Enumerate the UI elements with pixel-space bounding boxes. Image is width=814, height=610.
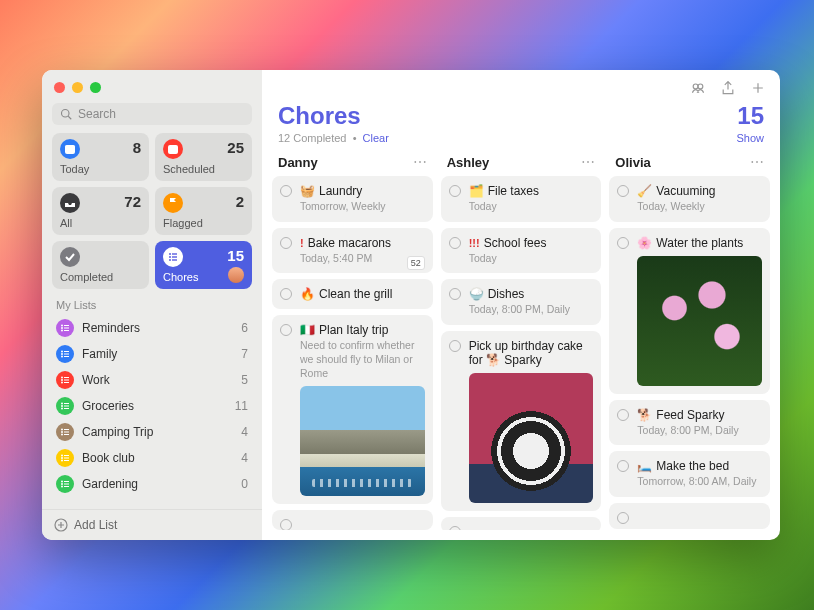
- svg-rect-18: [64, 351, 69, 352]
- reminder-card[interactable]: 🇮🇹 Plan Italy tripNeed to confirm whethe…: [272, 315, 433, 504]
- sidebar-list-groceries[interactable]: Groceries11: [42, 393, 262, 419]
- reminder-card[interactable]: Pick up birthday cake for 🐕 Sparky: [441, 331, 602, 511]
- svg-point-33: [61, 408, 63, 410]
- reminder-card[interactable]: 🍚 DishesToday, 8:00 PM, Daily: [441, 279, 602, 325]
- complete-toggle[interactable]: [617, 237, 629, 249]
- svg-rect-8: [172, 256, 177, 257]
- complete-toggle[interactable]: [449, 526, 461, 530]
- column-ashley: Ashley⋯🗂️ File taxesToday!!! School fees…: [441, 152, 602, 530]
- reminder-title: 🇮🇹 Plan Italy trip: [300, 323, 425, 337]
- complete-toggle[interactable]: [449, 237, 461, 249]
- sidebar-list-work[interactable]: Work5: [42, 367, 262, 393]
- column-more-button[interactable]: ⋯: [750, 154, 764, 170]
- complete-toggle[interactable]: [280, 185, 292, 197]
- svg-point-35: [61, 429, 63, 431]
- complete-toggle[interactable]: [280, 237, 292, 249]
- list-bullet-icon: [56, 397, 74, 415]
- reminder-emoji: 🐕: [637, 408, 652, 422]
- complete-toggle[interactable]: [617, 185, 629, 197]
- shared-avatar: [228, 267, 244, 283]
- reminder-card[interactable]: 🧺 LaundryTomorrow, Weekly: [272, 176, 433, 222]
- svg-rect-26: [64, 380, 69, 381]
- sidebar-list-reminders[interactable]: Reminders6: [42, 315, 262, 341]
- reminder-card[interactable]: 🧹 VacuumingToday, Weekly: [609, 176, 770, 222]
- smart-today[interactable]: 8 Today: [52, 133, 149, 181]
- svg-rect-16: [64, 330, 69, 331]
- svg-point-17: [61, 351, 63, 353]
- smart-flagged[interactable]: 2 Flagged: [155, 187, 252, 235]
- reminder-card[interactable]: 🐕 Feed SparkyToday, 8:00 PM, Daily: [609, 400, 770, 446]
- minimize-window-button[interactable]: [72, 82, 83, 93]
- svg-rect-10: [172, 259, 177, 260]
- reminder-card[interactable]: 🗂️ File taxesToday: [441, 176, 602, 222]
- close-window-button[interactable]: [54, 82, 65, 93]
- svg-rect-12: [64, 325, 69, 326]
- complete-toggle[interactable]: [280, 324, 292, 336]
- complete-toggle[interactable]: [449, 288, 461, 300]
- completed-text: 12 Completed: [278, 132, 347, 144]
- add-reminder-button[interactable]: [750, 80, 766, 100]
- reminder-card[interactable]: 🔥 Clean the grill: [272, 279, 433, 309]
- smart-scheduled[interactable]: 25 Scheduled: [155, 133, 252, 181]
- smart-completed[interactable]: Completed: [52, 241, 149, 289]
- svg-rect-38: [64, 432, 69, 433]
- add-list-button[interactable]: Add List: [42, 509, 262, 540]
- reminder-title: 🧹 Vacuuming: [637, 184, 762, 198]
- sidebar-list-camping-trip[interactable]: Camping Trip4: [42, 419, 262, 445]
- new-reminder-placeholder[interactable]: [609, 503, 770, 529]
- share-button[interactable]: [720, 80, 736, 100]
- new-reminder-placeholder[interactable]: [272, 510, 433, 530]
- reminder-card[interactable]: !!! School feesToday: [441, 228, 602, 274]
- smart-all[interactable]: 72 All: [52, 187, 149, 235]
- column-more-button[interactable]: ⋯: [413, 154, 427, 170]
- complete-toggle[interactable]: [449, 340, 461, 352]
- list-subheader: 12 Completed • Clear Show: [262, 130, 780, 152]
- list-bullet-icon: [56, 475, 74, 493]
- complete-toggle[interactable]: [449, 185, 461, 197]
- smart-chores-label: Chores: [163, 271, 198, 283]
- sidebar-list-gardening[interactable]: Gardening0: [42, 471, 262, 497]
- smart-today-label: Today: [60, 163, 89, 175]
- list-bullet-icon: [56, 371, 74, 389]
- reminder-emoji: 🍚: [469, 287, 484, 301]
- complete-toggle[interactable]: [280, 519, 292, 530]
- svg-point-25: [61, 379, 63, 381]
- search-input[interactable]: Search: [52, 103, 252, 125]
- smart-chores[interactable]: 15 Chores: [155, 241, 252, 289]
- svg-point-13: [61, 327, 63, 329]
- calendar-icon: [163, 139, 183, 159]
- complete-toggle[interactable]: [617, 512, 629, 524]
- search-placeholder: Search: [78, 107, 116, 121]
- new-reminder-placeholder[interactable]: [441, 517, 602, 530]
- reminder-card[interactable]: ! Bake macaronsToday, 5:40 PM52: [272, 228, 433, 274]
- list-count: 4: [241, 451, 248, 465]
- check-icon: [60, 247, 80, 267]
- list-bullet-icon: [56, 423, 74, 441]
- reminder-card[interactable]: 🛏️ Make the bedTomorrow, 8:00 AM, Daily: [609, 451, 770, 497]
- complete-toggle[interactable]: [617, 460, 629, 472]
- reminder-card[interactable]: 🌸 Water the plants: [609, 228, 770, 394]
- column-more-button[interactable]: ⋯: [581, 154, 595, 170]
- svg-point-19: [61, 353, 63, 355]
- zoom-window-button[interactable]: [90, 82, 101, 93]
- reminder-title: !!! School fees: [469, 236, 594, 250]
- sidebar-list-book-club[interactable]: Book club4: [42, 445, 262, 471]
- svg-rect-14: [64, 328, 69, 329]
- search-icon: [60, 108, 72, 120]
- clear-button[interactable]: Clear: [363, 132, 389, 144]
- priority-indicator: !!!: [469, 237, 480, 249]
- smart-scheduled-label: Scheduled: [163, 163, 215, 175]
- list-name: Camping Trip: [82, 425, 153, 439]
- complete-toggle[interactable]: [280, 288, 292, 300]
- svg-rect-30: [64, 403, 69, 404]
- smart-today-count: 8: [133, 139, 141, 156]
- complete-toggle[interactable]: [617, 409, 629, 421]
- svg-rect-22: [64, 356, 69, 357]
- collaborate-button[interactable]: [690, 80, 706, 100]
- sidebar-list-family[interactable]: Family7: [42, 341, 262, 367]
- my-lists-label: My Lists: [42, 289, 262, 315]
- svg-point-21: [61, 356, 63, 358]
- show-button[interactable]: Show: [736, 132, 764, 144]
- list-name: Groceries: [82, 399, 134, 413]
- svg-point-31: [61, 405, 63, 407]
